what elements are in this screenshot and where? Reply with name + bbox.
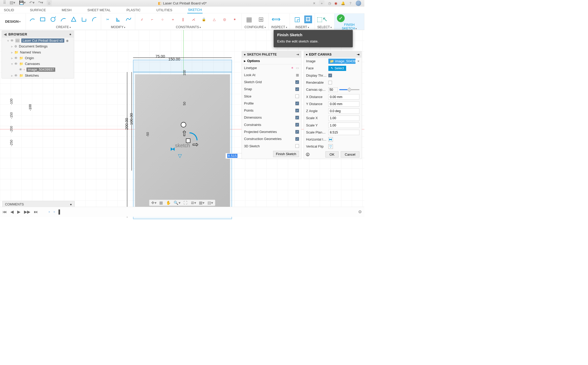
x-distance-input[interactable] (328, 94, 359, 99)
tangent-constraint-icon[interactable]: ✶ (231, 15, 239, 23)
browser-item-sketches[interactable]: ▹👁📁Sketches (2, 72, 74, 78)
configure-plus-icon[interactable]: ⊞ (256, 15, 266, 24)
browser-item-origin[interactable]: ▹👁📁Origin (2, 55, 74, 61)
edit-row-vflip[interactable]: Vertical Flip▽ (304, 143, 362, 150)
lookat-icon[interactable]: ▦ (159, 200, 163, 205)
browser-header[interactable]: ◀ BROWSER ● (2, 31, 74, 38)
grid-settings-icon[interactable]: ▦▾ (199, 200, 205, 205)
panel-pin-icon[interactable]: ⇥ (357, 52, 360, 56)
linetype-icon[interactable]: ✶ (291, 66, 294, 70)
dimension-icon[interactable]: ⫽ (138, 15, 146, 23)
coincident-constraint-icon[interactable]: ○ (158, 15, 167, 23)
comments-menu-icon[interactable]: ● (70, 203, 72, 206)
pan-icon[interactable]: ✋ (166, 200, 171, 205)
scale-input-value[interactable]: 8.515 (227, 154, 237, 158)
home-icon[interactable]: ⌂ (47, 0, 52, 6)
scale-plane-input[interactable] (328, 130, 359, 135)
checkbox-3dsketch[interactable] (295, 144, 299, 148)
scale-y-input[interactable] (328, 123, 359, 128)
edit-row-scaley[interactable]: Scale Y (304, 122, 362, 129)
parallel-constraint-icon[interactable]: ∥ (179, 15, 187, 23)
flip-x-handle-icon[interactable]: ⧓ (170, 146, 175, 152)
checkbox-points[interactable]: ✓ (295, 109, 299, 112)
checkbox-dimensions[interactable]: ✓ (295, 116, 299, 119)
finish-sketch-button[interactable]: Finish Sketch (273, 151, 299, 157)
edit-row-xdist[interactable]: X Distance (304, 93, 362, 100)
palette-row-projected[interactable]: Projected Geometries✓ (242, 128, 301, 135)
tab-solid[interactable]: SOLID (3, 7, 15, 13)
display-settings-icon[interactable]: 🖥▾ (190, 200, 196, 205)
palette-section-options[interactable]: ▸ Options (242, 58, 301, 64)
insert-image-icon[interactable]: 🖼 (304, 15, 312, 23)
timeline-feature-sketch-icon[interactable]: ▫ (53, 209, 55, 214)
select-face-button[interactable]: ↖Select (328, 66, 346, 71)
close-tab-icon[interactable]: × (313, 1, 315, 6)
move-manipulator[interactable]: ⇧ ⇨ (176, 122, 205, 156)
opacity-value[interactable]: 50 (328, 87, 338, 92)
checkbox-renderable[interactable] (328, 81, 332, 84)
manipulator-right-arrow-icon[interactable]: ⇨ (192, 140, 199, 149)
collapse-icon[interactable]: ◀ (4, 32, 7, 36)
browser-item-image[interactable]: 👁▫image_50439937 (2, 67, 74, 72)
palette-row-lookat[interactable]: Look At▦ (242, 71, 301, 78)
checkbox-projected[interactable]: ✓ (295, 130, 299, 134)
edit-row-ydist[interactable]: Y Distance (304, 100, 362, 107)
browser-item-named-views[interactable]: ▹📁Named Views (2, 49, 74, 55)
manipulator-rotate-arc-icon[interactable] (189, 132, 198, 141)
circle-tool-icon[interactable] (49, 15, 57, 23)
palette-row-dimensions[interactable]: Dimensions✓ (242, 114, 301, 121)
palette-row-construction[interactable]: Construction Geometries✓ (242, 135, 301, 142)
timeline-next-icon[interactable]: ▶▶ (24, 209, 30, 214)
midpoint-constraint-icon[interactable]: △ (210, 15, 218, 23)
sketch-geometry[interactable]: sketch 75.00 150.00 200.00 100.00 100 50… (125, 60, 232, 221)
timeline-feature-canvas-icon[interactable]: ▫ (48, 209, 50, 214)
palette-row-grid[interactable]: Sketch Grid✓ (242, 78, 301, 86)
orbit-icon[interactable]: ✥▾ (151, 200, 156, 205)
tab-utilities[interactable]: UTILITIES (156, 7, 173, 13)
timeline-marker-icon[interactable]: ▌ (59, 209, 62, 214)
viewport-settings-icon[interactable]: ▤▾ (207, 200, 213, 205)
fix-constraint-icon[interactable]: 🔒 (200, 15, 208, 23)
edit-row-zangle[interactable]: Z Angle (304, 107, 362, 114)
job-status-icon[interactable]: ◉ (334, 1, 337, 5)
slider-knob[interactable] (347, 87, 352, 92)
edit-canvas-header[interactable]: ● EDIT CANVAS⇥ (304, 51, 362, 58)
user-avatar[interactable] (356, 1, 361, 6)
file-new-icon[interactable]: ▤▾ (10, 0, 15, 6)
redo-icon[interactable]: ↷▾ (38, 0, 43, 6)
manipulator-plane-handle-icon[interactable] (186, 138, 190, 143)
vertical-flip-icon[interactable]: ▽ (328, 144, 333, 149)
equal-constraint-icon[interactable]: ＝ (169, 15, 177, 23)
horizontal-constraint-icon[interactable]: ⌐ (148, 15, 156, 23)
tab-plastic[interactable]: PLASTIC (126, 7, 141, 13)
polygon-tool-icon[interactable] (70, 15, 78, 23)
palette-row-slice[interactable]: Slice (242, 93, 301, 100)
insert-group-label[interactable]: INSERT (292, 25, 312, 30)
notifications-icon[interactable]: 🔔 (341, 1, 345, 5)
timeline-end-icon[interactable]: ⏭ (34, 209, 38, 214)
opacity-slider[interactable] (339, 89, 359, 90)
constraints-group-label[interactable]: CONSTRAINTS (138, 25, 239, 30)
palette-row-linetype[interactable]: Linetype✶ ▭ (242, 64, 301, 71)
tab-mesh[interactable]: MESH (61, 7, 72, 13)
design-workspace-button[interactable]: DESIGN (0, 13, 26, 30)
browser-menu-icon[interactable]: ● (69, 32, 72, 36)
select-group-label[interactable]: SELECT (317, 25, 332, 30)
tab-sheet-metal[interactable]: SHEET METAL (87, 7, 111, 13)
select-cursor-icon[interactable]: ⬚↖ (317, 15, 327, 24)
line-tool-icon[interactable] (28, 15, 36, 23)
timeline-settings-icon[interactable]: ⚙ (358, 209, 362, 214)
checkbox-grid[interactable]: ✓ (295, 80, 299, 84)
insert-derive-icon[interactable]: ◲ (292, 15, 302, 24)
checkbox-slice[interactable] (295, 95, 299, 98)
palette-row-3dsketch[interactable]: 3D Sketch (242, 143, 301, 150)
panel-pin-icon[interactable]: ⇥ (296, 52, 299, 56)
concentric-constraint-icon[interactable]: ◎ (220, 15, 229, 23)
browser-root[interactable]: ▿👁▭ Laser Cut Pinball Board v0◉ (2, 38, 74, 43)
configure-group-label[interactable]: CONFIGURE (244, 25, 266, 30)
image-chip[interactable]: 📁image_504399… (328, 59, 356, 64)
browser-item-canvases[interactable]: ▿👁📁Canvases (2, 61, 74, 67)
timeline-start-icon[interactable]: ⏮ (3, 209, 7, 214)
info-icon[interactable]: ⓘ (306, 152, 309, 157)
arc-tool-icon[interactable] (59, 15, 67, 23)
